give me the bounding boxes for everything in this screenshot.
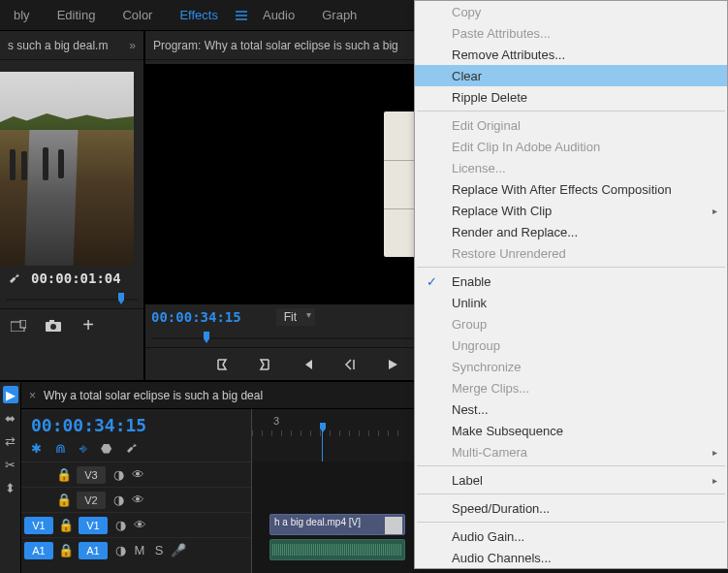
source-chevrons-icon[interactable]: » xyxy=(129,39,136,52)
sync-lock-icon[interactable]: ◑ xyxy=(109,467,128,482)
menu-ripple-delete[interactable]: Ripple Delete xyxy=(415,86,727,108)
clip-thumbnail xyxy=(385,517,402,534)
go-to-in-icon[interactable] xyxy=(299,356,316,373)
lock-icon[interactable]: 🔒 xyxy=(56,543,76,557)
track-label-v2[interactable]: V2 xyxy=(77,492,106,509)
menu-merge-clips[interactable]: Merge Clips... xyxy=(415,377,727,398)
menu-restore-unrendered[interactable]: Restore Unrendered xyxy=(415,242,727,264)
source-monitor[interactable] xyxy=(0,72,134,266)
menu-edit-audition[interactable]: Edit Clip In Adobe Audition xyxy=(415,136,727,157)
effects-menu-icon[interactable] xyxy=(234,8,249,23)
track-source-a1[interactable]: A1 xyxy=(24,542,53,559)
tab-audio[interactable]: Audio xyxy=(249,0,308,31)
track-v1[interactable]: V1 🔒 V1 ◑ 👁 xyxy=(21,512,251,537)
program-timecode[interactable]: 00:00:34:15 xyxy=(151,309,241,325)
track-headers: 🔒 V3 ◑ 👁 🔒 V2 ◑ 👁 V1 🔒 V1 ◑ xyxy=(21,462,252,573)
razor-tool-icon[interactable]: ✂ xyxy=(3,456,18,473)
source-scrub-bar[interactable] xyxy=(0,291,143,308)
sync-lock-icon[interactable]: ◑ xyxy=(111,518,130,532)
track-a1[interactable]: A1 🔒 A1 ◑ M S 🎤 xyxy=(21,537,251,562)
menu-paste-attributes[interactable]: Paste Attributes... xyxy=(415,22,727,44)
menu-ungroup[interactable]: Ungroup xyxy=(415,334,727,356)
track-v2[interactable]: 🔒 V2 ◑ 👁 xyxy=(21,487,251,512)
lock-icon[interactable]: 🔒 xyxy=(54,467,74,482)
mark-out-icon[interactable] xyxy=(256,356,273,373)
menu-copy[interactable]: Copy xyxy=(415,1,727,22)
zoom-fit-select[interactable]: Fit xyxy=(276,308,315,326)
menu-synchronize[interactable]: Synchronize xyxy=(415,356,727,377)
wrench-icon[interactable] xyxy=(6,270,23,287)
slip-tool-icon[interactable]: ⬍ xyxy=(3,479,18,496)
svg-point-3 xyxy=(50,324,56,330)
step-back-icon[interactable] xyxy=(341,356,359,373)
menu-audio-channels[interactable]: Audio Channels... xyxy=(415,547,727,568)
voice-icon[interactable]: 🎤 xyxy=(169,543,188,557)
play-icon[interactable] xyxy=(384,356,401,373)
lock-icon[interactable]: 🔒 xyxy=(54,493,74,507)
submenu-arrow-icon: ▸ xyxy=(712,475,717,486)
sync-lock-icon[interactable]: ◑ xyxy=(109,493,128,507)
export-frame-icon[interactable] xyxy=(10,317,27,334)
svg-rect-4 xyxy=(49,320,54,323)
menu-speed-duration[interactable]: Speed/Duration... xyxy=(415,497,727,519)
track-v3[interactable]: 🔒 V3 ◑ 👁 xyxy=(21,462,251,487)
mark-in-icon[interactable] xyxy=(213,356,231,373)
linked-selection-icon[interactable]: ⎆ xyxy=(79,441,87,456)
menu-render-replace[interactable]: Render and Replace... xyxy=(415,221,727,242)
track-target-v1[interactable]: V1 xyxy=(79,517,108,534)
menu-make-subsequence[interactable]: Make Subsequence xyxy=(415,420,727,441)
menu-audio-gain[interactable]: Audio Gain... xyxy=(415,525,727,547)
close-icon[interactable]: × xyxy=(29,389,36,402)
ruler-mark: 3 xyxy=(273,415,279,427)
source-panel: s such a big deal.m » 00:00:01:04 xyxy=(0,31,145,380)
track-target-a1[interactable]: A1 xyxy=(79,542,108,559)
source-toolbar: + xyxy=(0,308,143,341)
submenu-arrow-icon: ▸ xyxy=(712,206,717,216)
track-label-v3[interactable]: V3 xyxy=(77,466,106,484)
video-clip[interactable]: h a big deal.mp4 [V] xyxy=(269,514,405,535)
timeline-options: ✱ ⋒ ⎆ ⬣ xyxy=(21,437,251,462)
selection-tool-icon[interactable]: ▶ xyxy=(3,386,18,403)
sync-lock-icon[interactable]: ◑ xyxy=(111,543,130,557)
svg-rect-1 xyxy=(20,320,26,328)
settings-wrench-icon[interactable] xyxy=(125,441,139,456)
track-source-v1[interactable]: V1 xyxy=(24,517,53,534)
tab-graphics[interactable]: Graph xyxy=(308,0,370,31)
menu-replace-ae[interactable]: Replace With After Effects Composition xyxy=(415,178,727,200)
menu-clear[interactable]: Clear xyxy=(415,65,727,86)
track-select-tool-icon[interactable]: ⬌ xyxy=(3,409,18,427)
tab-color[interactable]: Color xyxy=(109,0,166,31)
camera-icon[interactable] xyxy=(45,317,62,334)
solo-label[interactable]: S xyxy=(149,543,169,557)
tab-assembly[interactable]: bly xyxy=(0,0,44,31)
audio-clip[interactable] xyxy=(269,539,405,560)
check-icon: ✓ xyxy=(427,274,437,289)
menu-license[interactable]: License... xyxy=(415,157,727,178)
menu-edit-original[interactable]: Edit Original xyxy=(415,114,727,136)
menu-nest[interactable]: Nest... xyxy=(415,398,727,420)
marker-icon[interactable]: ⬣ xyxy=(101,441,111,456)
mute-label[interactable]: M xyxy=(130,543,149,557)
tab-effects[interactable]: Effects xyxy=(166,0,232,31)
magnet-icon[interactable]: ⋒ xyxy=(55,441,66,456)
snap-icon[interactable]: ✱ xyxy=(31,441,42,456)
context-menu: Copy Paste Attributes... Remove Attribut… xyxy=(414,0,728,569)
ripple-tool-icon[interactable]: ⇄ xyxy=(3,432,18,450)
menu-replace-clip[interactable]: Replace With Clip▸ xyxy=(415,200,727,221)
timeline-timecode[interactable]: 00:00:34:15 xyxy=(21,409,251,437)
menu-multi-camera[interactable]: Multi-Camera▸ xyxy=(415,441,727,462)
eye-icon[interactable]: 👁 xyxy=(128,493,147,507)
menu-enable[interactable]: ✓Enable xyxy=(415,271,727,292)
lock-icon[interactable]: 🔒 xyxy=(56,518,76,532)
submenu-arrow-icon: ▸ xyxy=(712,447,717,458)
timeline-tools: ▶ ⬌ ⇄ ✂ ⬍ xyxy=(0,382,21,573)
menu-unlink[interactable]: Unlink xyxy=(415,292,727,313)
source-timecode[interactable]: 00:00:01:04 xyxy=(31,271,121,286)
tab-editing[interactable]: Editing xyxy=(44,0,110,31)
menu-group[interactable]: Group xyxy=(415,313,727,334)
menu-label[interactable]: Label▸ xyxy=(415,469,727,491)
menu-remove-attributes[interactable]: Remove Attributes... xyxy=(415,44,727,65)
eye-icon[interactable]: 👁 xyxy=(130,518,149,532)
eye-icon[interactable]: 👁 xyxy=(128,467,147,482)
add-icon[interactable]: + xyxy=(79,317,97,334)
